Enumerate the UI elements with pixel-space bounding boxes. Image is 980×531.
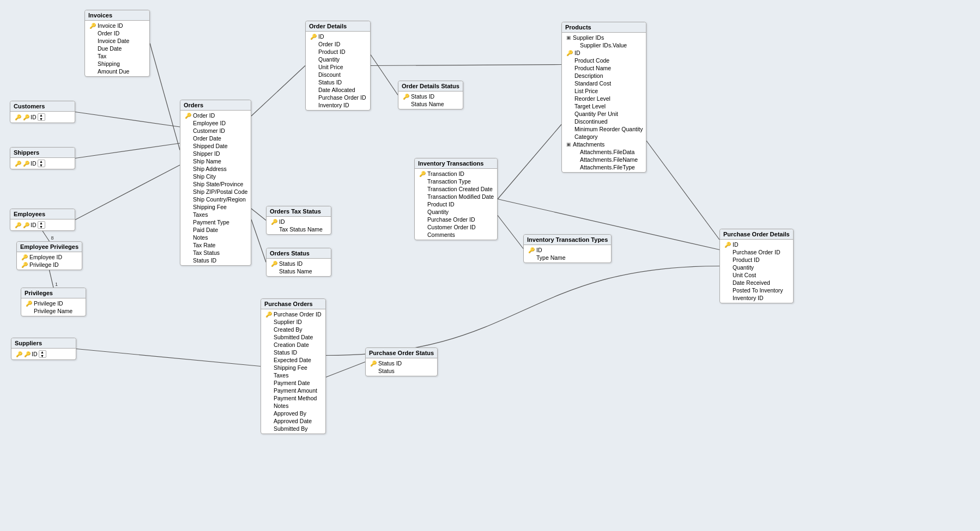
field-row-inventory_transactions-0: 🔑Transaction ID (415, 170, 497, 178)
table-title-orders_status: Orders Status (267, 248, 331, 259)
field-name: Ship ZIP/Postal Code (193, 188, 247, 195)
field-row-products-10: Quantity Per Unit (562, 110, 646, 118)
field-row-purchase_orders-15: Submitted By (261, 425, 325, 432)
stepper[interactable]: ▲▼ (38, 221, 45, 229)
field-row-orders-8: Ship City (180, 173, 251, 180)
table-title-order_details_status: Order Details Status (398, 81, 463, 91)
field-name: Privilege ID (34, 300, 63, 307)
field-name: Discontinued (574, 118, 608, 125)
field-name: Status ID (274, 349, 297, 356)
field-row-purchase_order_details-7: Inventory ID (720, 294, 793, 302)
expand-icon[interactable]: ▣ (566, 35, 571, 40)
field-row-order_details-1: Order ID (306, 40, 370, 48)
field-row-orders-13: Taxes (180, 211, 251, 218)
field-name: Target Level (574, 103, 606, 109)
key-icon: 🔑 (24, 351, 31, 357)
table-fields-products: ▣Supplier IDsSupplier IDs.Value🔑IDProduc… (562, 33, 646, 172)
expand-icon[interactable]: ▣ (566, 142, 571, 147)
table-fields-invoices: 🔑Invoice IDOrder IDInvoice DateDue DateT… (85, 21, 149, 76)
table-orders: Orders🔑Order IDEmployee IDCustomer IDOrd… (180, 100, 251, 266)
field-row-employee_privileges-1: 🔑Privilege ID (17, 261, 82, 268)
table-title-inventory_transaction_types: Inventory Transaction Types (524, 235, 611, 245)
field-name: Status Name (279, 268, 312, 274)
connection-customers-orders (75, 112, 180, 127)
field-name: Ship State/Province (193, 181, 243, 187)
field-name: Expected Date (274, 357, 311, 363)
field-name: Attachments (573, 141, 604, 148)
field-row-purchase_order_details-1: Purchase Order ID (720, 248, 793, 256)
field-row-employee_privileges-0: 🔑Employee ID (17, 253, 82, 261)
key-icon: 🔑 (15, 222, 21, 228)
field-name: Tax Status Name (279, 226, 323, 233)
field-name: ID (31, 160, 37, 167)
field-name: Status Name (411, 101, 444, 107)
table-fields-order_details: 🔑IDOrder IDProduct IDQuantityUnit PriceD… (306, 32, 370, 110)
field-row-orders-17: Tax Rate (180, 241, 251, 249)
stepper[interactable]: ▲▼ (39, 350, 46, 358)
cardinality-to: 8 (51, 235, 54, 241)
table-fields-privileges: 🔑Privilege IDPrivilege Name (21, 298, 86, 316)
field-row-products-17: Attachments.FileType (562, 163, 646, 171)
field-row-purchase_orders-3: Submitted Date (261, 333, 325, 341)
connection-employees-employee_privileges (43, 231, 50, 241)
table-purchase_orders: Purchase Orders🔑Purchase Order IDSupplie… (261, 298, 326, 434)
field-name: Privilege ID (29, 261, 59, 268)
field-name: Employee ID (29, 254, 62, 260)
field-row-orders-9: Ship State/Province (180, 180, 251, 188)
stepper[interactable]: ▲▼ (38, 160, 45, 167)
field-name: Purchase Order ID (318, 94, 366, 101)
table-fields-purchase_order_details: 🔑IDPurchase Order IDProduct IDQuantityUn… (720, 240, 793, 303)
field-name: ID (31, 222, 37, 228)
field-name: Transaction Created Date (427, 186, 493, 192)
field-name: ID (279, 218, 285, 225)
field-row-order_details-8: Purchase Order ID (306, 94, 370, 101)
table-fields-suppliers: 🔑🔑ID▲▼ (11, 349, 76, 359)
field-row-suppliers-0: 🔑🔑ID▲▼ (11, 350, 76, 358)
table-fields-orders_status: 🔑Status IDStatus Name (267, 259, 331, 276)
field-name: Payment Date (274, 380, 310, 386)
table-order_details_status: Order Details Status🔑Status IDStatus Nam… (398, 81, 463, 109)
field-name: Category (574, 133, 598, 140)
key-icon: 🔑 (21, 262, 28, 268)
field-name: Date Received (733, 279, 770, 286)
table-purchase_order_details: Purchase Order Details🔑IDPurchase Order … (719, 229, 794, 303)
field-name: Reorder Level (574, 95, 610, 102)
field-name: Inventory ID (318, 102, 349, 108)
field-row-orders-6: Ship Name (180, 157, 251, 165)
table-title-employee_privileges: Employee Privileges (17, 242, 82, 252)
field-row-products-7: List Price (562, 87, 646, 95)
table-title-privileges: Privileges (21, 288, 86, 298)
field-name: Supplier ID (274, 319, 302, 325)
table-order_details: Order Details🔑IDOrder IDProduct IDQuanti… (305, 21, 371, 111)
table-orders_tax_status: Orders Tax Status🔑IDTax Status Name (266, 206, 331, 235)
table-title-products: Products (562, 22, 646, 33)
stepper[interactable]: ▲▼ (38, 113, 45, 121)
field-row-orders-4: Shipped Date (180, 142, 251, 150)
field-name: Minimum Reorder Quantity (574, 126, 643, 132)
field-row-invoices-4: Tax (85, 52, 149, 60)
erd-diagram: 811818181881181881818181188181811881 Inv… (0, 0, 980, 531)
field-row-inventory_transactions-8: Comments (415, 231, 497, 239)
field-row-purchase_orders-4: Creation Date (261, 341, 325, 349)
table-inventory_transactions: Inventory Transactions🔑Transaction IDTra… (414, 158, 498, 240)
field-name: Employee ID (193, 120, 226, 126)
field-name: Approved Date (274, 418, 312, 424)
field-row-purchase_orders-14: Approved Date (261, 417, 325, 425)
field-row-invoices-5: Shipping (85, 60, 149, 68)
field-name: Submitted By (274, 425, 307, 432)
field-row-orders-10: Ship ZIP/Postal Code (180, 188, 251, 196)
field-row-orders-7: Ship Address (180, 165, 251, 173)
table-fields-shippers: 🔑🔑ID▲▼ (10, 158, 75, 169)
spinner-container: 🔑ID▲▼ (23, 160, 45, 167)
cardinality-to: 1 (55, 282, 58, 287)
field-name: Ship City (193, 173, 216, 180)
field-name: Invoice Date (98, 38, 129, 44)
field-row-orders_tax_status-0: 🔑ID (267, 218, 331, 225)
field-name: Comments (427, 231, 455, 238)
field-row-products-0: ▣Supplier IDs (562, 34, 646, 41)
field-row-products-16: Attachments.FileName (562, 156, 646, 163)
field-row-products-11: Discontinued (562, 118, 646, 125)
field-row-orders-14: Payment Type (180, 218, 251, 226)
field-row-order_details-3: Quantity (306, 56, 370, 63)
field-row-products-5: Description (562, 72, 646, 80)
